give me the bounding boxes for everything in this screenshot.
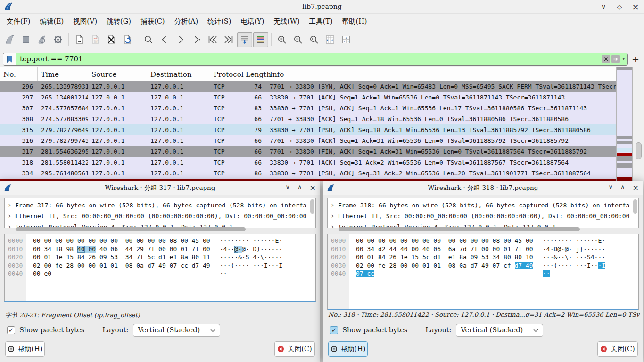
- zoom-reset-icon[interactable]: [306, 32, 322, 47]
- scrollbar-thumb[interactable]: [636, 142, 642, 159]
- column-header-destination[interactable]: Destination: [147, 67, 210, 82]
- column-header-time[interactable]: Time: [38, 67, 88, 82]
- layout-123-icon[interactable]: 123: [339, 32, 354, 47]
- close-icon[interactable]: ×: [310, 183, 316, 192]
- capture-options-icon[interactable]: [50, 32, 66, 47]
- save-file-icon[interactable]: 010101100011: [88, 32, 103, 47]
- column-header-no[interactable]: No.: [0, 67, 38, 82]
- packet-row[interactable]: 334295.761480561127.0.0.1127.0.0.1TCP863…: [0, 168, 617, 179]
- hscrollbar-thumb[interactable]: [339, 227, 580, 231]
- minimize-icon[interactable]: ∨: [286, 183, 290, 192]
- menu-item[interactable]: 帮助(H): [338, 15, 372, 28]
- packet-detail-tree[interactable]: ›Frame 317: 66 bytes on wire (528 bits),…: [4, 198, 316, 228]
- close-button[interactable]: 关闭(C): [597, 341, 638, 357]
- tree-item[interactable]: ›Frame 318: 66 bytes on wire (528 bits),…: [328, 200, 638, 211]
- start-capture-icon[interactable]: [2, 32, 17, 47]
- find-packet-icon[interactable]: [141, 32, 156, 47]
- go-last-icon[interactable]: [221, 32, 236, 47]
- menu-item[interactable]: 视图(V): [68, 15, 102, 28]
- restart-capture-icon[interactable]: [34, 32, 50, 47]
- packet-list-scrollbar[interactable]: [633, 67, 644, 181]
- expander-icon[interactable]: ›: [330, 211, 334, 222]
- tree-horizontal-scrollbar[interactable]: [4, 227, 316, 232]
- tree-horizontal-scrollbar[interactable]: [327, 227, 639, 232]
- menu-item[interactable]: 电话(Y): [236, 15, 269, 28]
- packet-row[interactable]: 308274.577083309127.0.0.1127.0.0.1TCP667…: [0, 114, 617, 124]
- hscrollbar-thumb[interactable]: [16, 227, 246, 231]
- go-forward-icon[interactable]: [173, 32, 188, 47]
- filter-history-caret-icon[interactable]: ▾: [621, 57, 626, 61]
- close-icon[interactable]: ×: [632, 2, 639, 12]
- go-first-icon[interactable]: [205, 32, 220, 47]
- menu-item[interactable]: 工具(T): [305, 15, 338, 28]
- filter-bookmark-icon[interactable]: [3, 53, 16, 65]
- expander-icon[interactable]: ›: [8, 211, 11, 222]
- layout-select[interactable]: Vertical (Stacked): [456, 324, 543, 337]
- restore-icon[interactable]: ∧: [297, 183, 302, 192]
- menu-item[interactable]: 文件(F): [2, 15, 35, 28]
- hex-row[interactable]: 003002 00 fe 28 00 00 01 01 08 0a d7 49 …: [5, 262, 315, 270]
- packet-317-titlebar[interactable]: Wireshark · 分组 317 · lib7.pcapng ∨ ∧ ×: [0, 181, 320, 195]
- help-button[interactable]: 帮助(H): [5, 341, 45, 357]
- menu-item[interactable]: 跳转(G): [102, 15, 136, 28]
- hex-row[interactable]: 000000 00 00 00 00 00 00 00 00 00 00 00 …: [5, 237, 315, 245]
- menu-item[interactable]: 无线(W): [269, 15, 304, 28]
- show-packet-bytes-checkbox[interactable]: ✓: [7, 326, 15, 334]
- close-file-icon[interactable]: [104, 32, 119, 47]
- packet-318-titlebar[interactable]: Wireshark · 分组 318 · lib7.pcapng ∨ ∧ ×: [323, 181, 643, 195]
- packet-detail-tree[interactable]: ›Frame 318: 66 bytes on wire (528 bits),…: [327, 198, 639, 228]
- help-button[interactable]: 帮助(H): [328, 341, 368, 357]
- close-icon[interactable]: ×: [633, 183, 639, 192]
- go-back-icon[interactable]: [157, 32, 172, 47]
- zoom-in-icon[interactable]: [274, 32, 289, 47]
- layout-select[interactable]: Vertical (Stacked): [133, 324, 220, 337]
- hex-row[interactable]: 001000 34 d2 44 40 00 40 06 6a 7d 7f 00 …: [328, 245, 638, 254]
- minimize-icon[interactable]: ∨: [600, 3, 607, 10]
- hex-row[interactable]: 002000 01 84 26 1e 15 5c d1 e1 8a 09 53 …: [328, 253, 638, 262]
- tree-item[interactable]: ›Ethernet II, Src: 00:00:00_00:00:00 (00…: [5, 211, 315, 222]
- expander-icon[interactable]: ›: [330, 200, 334, 211]
- main-titlebar[interactable]: lib7.pcapng ∨ ◇ ×: [0, 0, 644, 14]
- hex-row[interactable]: 002000 01 1e 15 84 26 09 53 34 7f 5c d1 …: [5, 253, 315, 262]
- column-header-protocol[interactable]: Protocol: [210, 67, 242, 82]
- add-filter-button[interactable]: +: [630, 54, 641, 64]
- stop-capture-icon[interactable]: [18, 32, 33, 47]
- minimize-icon[interactable]: ∨: [609, 183, 613, 192]
- open-file-icon[interactable]: [72, 32, 87, 47]
- filter-input[interactable]: tcp.port == 7701: [16, 53, 600, 65]
- tree-item[interactable]: ›Frame 317: 66 bytes on wire (528 bits),…: [5, 200, 315, 211]
- column-header-info[interactable]: Info: [266, 67, 644, 82]
- go-to-packet-icon[interactable]: [189, 32, 204, 47]
- filter-apply-icon[interactable]: [611, 55, 620, 63]
- menu-item[interactable]: 捕获(C): [136, 15, 169, 28]
- packet-row[interactable]: 296265.133978931127.0.0.1127.0.0.1TCP747…: [0, 81, 617, 92]
- zoom-out-icon[interactable]: [290, 32, 305, 47]
- auto-scroll-icon[interactable]: [237, 32, 252, 47]
- hex-row[interactable]: 003002 00 fe 28 00 00 01 01 08 0a d7 49 …: [328, 262, 638, 270]
- show-packet-bytes-checkbox[interactable]: ✓: [330, 326, 338, 334]
- packet-row[interactable]: 297265.134001214127.0.0.1127.0.0.1TCP663…: [0, 92, 617, 103]
- hex-row[interactable]: 004000 e0··: [5, 270, 315, 278]
- tree-item[interactable]: ›Ethernet II, Src: 00:00:00_00:00:00 (00…: [328, 211, 638, 222]
- expander-icon[interactable]: ›: [8, 200, 11, 211]
- packet-row[interactable]: 315279.782779649127.0.0.1127.0.0.1TCP793…: [0, 124, 617, 135]
- column-header-source[interactable]: Source: [88, 67, 147, 82]
- hex-row[interactable]: 001000 34 f8 98 40 00 40 06 44 29 7f 00 …: [5, 245, 315, 254]
- packet-row[interactable]: 316279.782799743127.0.0.1127.0.0.1TCP667…: [0, 135, 617, 146]
- menu-item[interactable]: 编辑(E): [35, 15, 68, 28]
- colorize-icon[interactable]: [253, 32, 268, 47]
- resize-columns-icon[interactable]: [322, 32, 338, 47]
- menu-item[interactable]: 分析(A): [169, 15, 203, 28]
- packet-bytes-pane[interactable]: 000000 00 00 00 00 00 00 00 00 00 00 00 …: [327, 234, 639, 310]
- maximize-icon[interactable]: ◇: [616, 3, 623, 10]
- reload-file-icon[interactable]: [120, 32, 135, 47]
- menu-item[interactable]: 统计(S): [203, 15, 236, 28]
- hex-row[interactable]: 000000 00 00 00 00 00 00 00 00 00 00 00 …: [328, 237, 638, 245]
- display-filter-field[interactable]: tcp.port == 7701 ▾: [3, 53, 628, 66]
- packet-row[interactable]: 317281.554636295127.0.0.1127.0.0.1TCP667…: [0, 146, 617, 157]
- intelligent-scrollbar-minimap[interactable]: [616, 67, 633, 181]
- filter-clear-icon[interactable]: [602, 55, 610, 63]
- close-button[interactable]: 关闭(C): [274, 341, 315, 357]
- restore-icon[interactable]: ∧: [620, 183, 625, 192]
- packet-bytes-pane[interactable]: 000000 00 00 00 00 00 00 00 00 00 00 00 …: [4, 234, 316, 302]
